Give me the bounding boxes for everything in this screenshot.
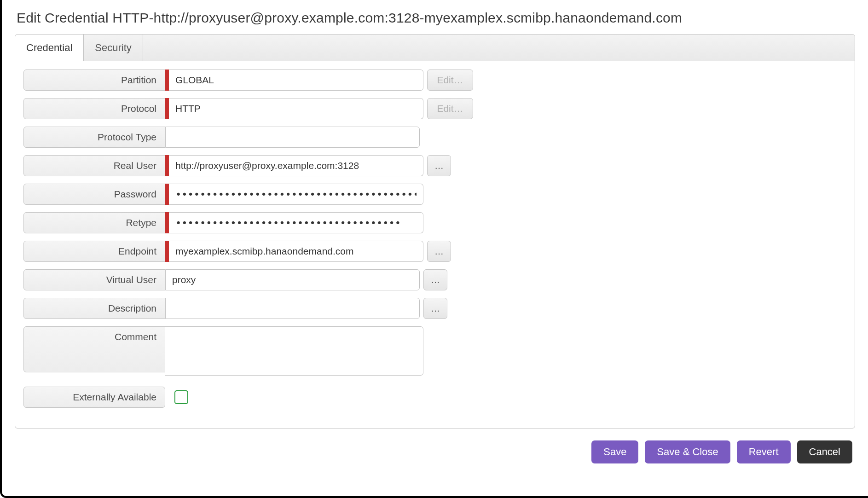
row-endpoint: Endpoint …	[23, 241, 846, 262]
required-indicator	[165, 69, 169, 91]
field-comment[interactable]	[165, 326, 423, 376]
input-real-user[interactable]	[175, 160, 417, 171]
required-indicator	[165, 155, 169, 176]
edit-button-label: Edit…	[437, 75, 463, 86]
dialog-edit-credential: Edit Credential HTTP-http://proxyuser@pr…	[0, 0, 868, 498]
label-comment: Comment	[23, 326, 165, 372]
row-description: Description …	[23, 298, 846, 319]
checkbox-externally-available[interactable]	[174, 390, 188, 404]
row-real-user: Real User …	[23, 155, 846, 176]
save-button[interactable]: Save	[591, 440, 638, 463]
tab-security-label: Security	[95, 42, 131, 54]
row-protocol: Protocol Edit…	[23, 98, 846, 119]
cancel-button-label: Cancel	[809, 446, 840, 457]
tab-security[interactable]: Security	[84, 35, 143, 61]
revert-button[interactable]: Revert	[737, 440, 791, 463]
input-password[interactable]: ••••••••••••••••••••••••••••••••••••••••	[175, 189, 417, 200]
tab-credential-label: Credential	[26, 42, 72, 54]
save-close-button-label: Save & Close	[657, 446, 718, 457]
label-real-user: Real User	[23, 155, 165, 176]
tab-bar: Credential Security	[15, 35, 855, 61]
field-virtual-user[interactable]	[165, 269, 420, 290]
row-password: Password •••••••••••••••••••••••••••••••…	[23, 184, 846, 205]
browse-description-button[interactable]: …	[423, 298, 447, 319]
field-password[interactable]: ••••••••••••••••••••••••••••••••••••••••	[169, 184, 423, 205]
edit-protocol-button[interactable]: Edit…	[427, 98, 473, 119]
input-protocol-type[interactable]	[172, 132, 413, 143]
button-bar: Save Save & Close Revert Cancel	[15, 440, 855, 463]
field-endpoint[interactable]	[169, 241, 423, 262]
input-description[interactable]	[172, 303, 413, 314]
field-partition[interactable]	[169, 69, 423, 91]
input-protocol[interactable]	[175, 103, 417, 114]
input-comment[interactable]	[172, 331, 417, 368]
required-indicator	[165, 241, 169, 262]
input-endpoint[interactable]	[175, 246, 417, 257]
tab-container: Credential Security Partition Edit… Prot…	[15, 34, 855, 429]
edit-button-label: Edit…	[437, 103, 463, 114]
field-real-user[interactable]	[169, 155, 423, 176]
browse-button-label: …	[434, 246, 444, 257]
tab-credential[interactable]: Credential	[15, 35, 84, 61]
save-close-button[interactable]: Save & Close	[645, 440, 730, 463]
cancel-button[interactable]: Cancel	[797, 440, 852, 463]
required-indicator	[165, 212, 169, 233]
row-retype: Retype •••••••••••••••••••••••••••••••••…	[23, 212, 846, 233]
row-comment: Comment	[23, 326, 846, 376]
label-endpoint: Endpoint	[23, 241, 165, 262]
browse-button-label: …	[431, 303, 440, 314]
row-partition: Partition Edit…	[23, 69, 846, 91]
field-protocol[interactable]	[169, 98, 423, 119]
label-externally-available: Externally Available	[23, 387, 165, 408]
field-retype[interactable]: •••••••••••••••••••••••••••••••••••••	[169, 212, 423, 233]
row-virtual-user: Virtual User …	[23, 269, 846, 290]
browse-real-user-button[interactable]: …	[427, 155, 451, 176]
input-partition[interactable]	[175, 75, 417, 86]
label-retype: Retype	[23, 212, 165, 233]
label-partition: Partition	[23, 69, 165, 91]
save-button-label: Save	[603, 446, 626, 457]
required-indicator	[165, 184, 169, 205]
required-indicator	[165, 98, 169, 119]
label-protocol-type: Protocol Type	[23, 127, 165, 148]
revert-button-label: Revert	[749, 446, 779, 457]
page-title: Edit Credential HTTP-http://proxyuser@pr…	[17, 10, 855, 26]
browse-endpoint-button[interactable]: …	[427, 241, 451, 262]
input-virtual-user[interactable]	[172, 274, 413, 285]
browse-button-label: …	[431, 275, 440, 285]
label-description: Description	[23, 298, 165, 319]
input-retype[interactable]: •••••••••••••••••••••••••••••••••••••	[175, 217, 401, 229]
label-password: Password	[23, 184, 165, 205]
field-protocol-type[interactable]	[165, 127, 420, 148]
row-externally-available: Externally Available	[23, 387, 846, 408]
tab-body-credential: Partition Edit… Protocol Edit…	[15, 61, 855, 428]
edit-partition-button[interactable]: Edit…	[427, 69, 473, 91]
browse-button-label: …	[434, 161, 444, 171]
row-protocol-type: Protocol Type	[23, 127, 846, 148]
browse-virtual-user-button[interactable]: …	[423, 269, 447, 290]
field-description[interactable]	[165, 298, 420, 319]
label-protocol: Protocol	[23, 98, 165, 119]
label-virtual-user: Virtual User	[23, 269, 165, 290]
